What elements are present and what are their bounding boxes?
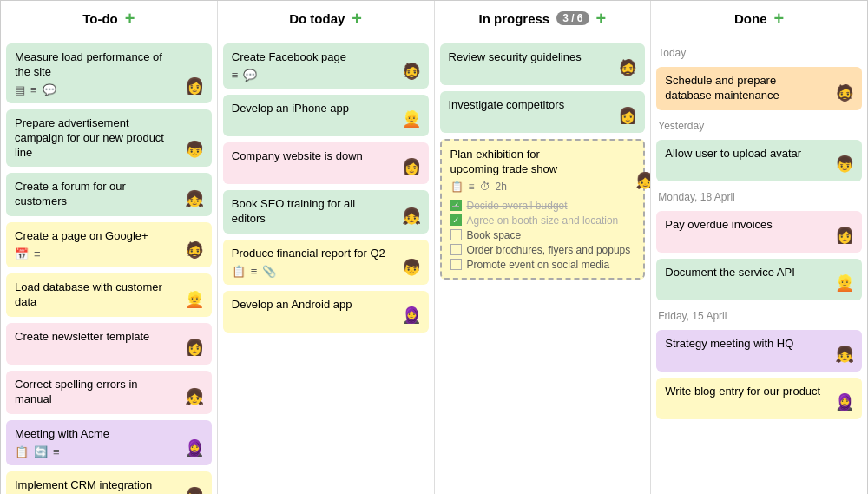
subtask-3-check[interactable] (450, 229, 462, 240)
column-done-title: Done (734, 11, 767, 26)
subtask-5-check[interactable] (450, 259, 462, 270)
list-icon: ≡ (232, 69, 239, 82)
card-dt2-avatar (399, 107, 424, 131)
card-ip2[interactable]: Investigate competitors (440, 91, 646, 133)
card-td4-icons: 📅 ≡ (15, 247, 203, 260)
card-td7-title: Correct spelling errors in manual (15, 378, 203, 407)
column-dotoday-add-button[interactable]: + (352, 10, 362, 27)
card-dt3[interactable]: Company website is down (223, 142, 429, 184)
card-td3-avatar (182, 187, 207, 211)
card-dt1-avatar (399, 59, 424, 83)
card-ip3-title: Plan exhibition for upcoming trade show (450, 148, 604, 177)
section-today-label: Today (656, 43, 862, 61)
subtask-3-text: Book space (467, 229, 522, 241)
card-d4-avatar (832, 271, 857, 295)
card-td4-title: Create a page on Google+ (15, 229, 203, 244)
list-icon: ≡ (469, 181, 475, 193)
card-dt1[interactable]: Create Facebook page ≡ 💬 (223, 43, 429, 89)
comment-icon: 💬 (43, 83, 56, 96)
list-icon: ▤ (15, 83, 25, 96)
card-dt2[interactable]: Develop an iPhone app (223, 95, 429, 136)
section-friday-label: Friday, 15 April (656, 306, 862, 324)
card-td2[interactable]: Prepare advertisement campaign for our n… (6, 109, 212, 168)
inprogress-badge: 3 / 6 (556, 11, 589, 25)
card-d1[interactable]: Schedule and prepare database maintenanc… (656, 67, 862, 110)
card-dt4[interactable]: Book SEO training for all editors (223, 190, 429, 234)
card-d2[interactable]: Allow user to upload avatar (656, 140, 862, 181)
subtask-list: ✓ Decide overall budget ✓ Agree on booth… (450, 200, 635, 271)
card-td3[interactable]: Create a forum for our customers (6, 173, 212, 216)
column-todo-add-button[interactable]: + (125, 10, 135, 27)
card-dt5-title: Produce financial report for Q2 (232, 247, 420, 261)
card-d5[interactable]: Strategy meeting with HQ (656, 330, 862, 372)
card-dt5[interactable]: Produce financial report for Q2 📋 ≡ 📎 (223, 240, 429, 285)
card-d4-title: Document the service API (665, 266, 853, 280)
list-icon: ≡ (251, 265, 258, 278)
card-td8[interactable]: Meeting with Acme 📋 🔄 ≡ (6, 420, 212, 465)
card-d3-title: Pay overdue invoices (665, 218, 853, 233)
card-td8-title: Meeting with Acme (15, 427, 203, 442)
card-td5-avatar (182, 287, 207, 312)
card-ip1-avatar (615, 56, 640, 80)
card-td8-avatar (182, 436, 207, 460)
subtask-2-text: Agree on booth size and location (467, 214, 619, 227)
column-inprogress-title: In progress (479, 11, 550, 26)
card-td4[interactable]: Create a page on Google+ 📅 ≡ (6, 222, 212, 267)
card-dt5-icons: 📋 ≡ 📎 (232, 265, 420, 278)
card-td9[interactable]: Implement CRM integration (6, 471, 212, 494)
card-dt2-title: Develop an iPhone app (232, 102, 420, 116)
card-d2-title: Allow user to upload avatar (665, 147, 853, 161)
card-td1[interactable]: Measure load performance of the site ▤ ≡… (6, 43, 212, 103)
card-dt1-icons: ≡ 💬 (232, 69, 420, 82)
card-ip2-avatar (615, 103, 640, 128)
column-inprogress-header: In progress 3 / 6 + (435, 1, 651, 36)
column-inprogress: In progress 3 / 6 + Review security guid… (435, 1, 652, 494)
card-ip2-title: Investigate competitors (449, 98, 637, 113)
subtask-2: ✓ Agree on booth size and location (450, 214, 635, 227)
column-todo: To-do + Measure load performance of the … (1, 1, 218, 494)
subtask-1-text: Decide overall budget (467, 200, 568, 212)
card-td6-avatar (182, 335, 207, 359)
subtask-3: Book space (450, 229, 635, 241)
card-d3[interactable]: Pay overdue invoices (656, 211, 862, 253)
column-dotoday-title: Do today (289, 11, 345, 26)
card-td8-icons: 📋 🔄 ≡ (15, 445, 203, 458)
card-td5[interactable]: Load database with customer data (6, 273, 212, 317)
card-td6-title: Create newsletter template (15, 330, 203, 345)
column-dotoday: Do today + Create Facebook page ≡ 💬 Deve… (218, 1, 435, 494)
subtask-1-check[interactable]: ✓ (450, 200, 462, 211)
column-inprogress-add-button[interactable]: + (596, 10, 607, 27)
kanban-board: To-do + Measure load performance of the … (0, 0, 868, 494)
card-d5-title: Strategy meeting with HQ (665, 337, 853, 352)
card-d6-title: Write blog entry for our product (665, 385, 853, 399)
task-icon: ≡ (30, 83, 37, 96)
column-done-add-button[interactable]: + (774, 10, 785, 27)
card-td1-avatar (182, 74, 207, 98)
subtask-2-check[interactable]: ✓ (450, 214, 462, 226)
card-td6[interactable]: Create newsletter template (6, 323, 212, 365)
card-td7[interactable]: Correct spelling errors in manual (6, 371, 212, 414)
comment-icon: 💬 (243, 69, 257, 82)
column-todo-body: Measure load performance of the site ▤ ≡… (1, 36, 217, 494)
attachment-icon: 📎 (262, 265, 276, 278)
card-d3-avatar (832, 223, 857, 247)
card-ip1[interactable]: Review security guidelines (440, 43, 646, 85)
card-d6[interactable]: Write blog entry for our product (656, 378, 862, 419)
card-dt4-title: Book SEO training for all editors (232, 197, 420, 227)
column-done-body: Today Schedule and prepare database main… (651, 36, 867, 494)
card-dt6[interactable]: Develop an Android app (223, 291, 429, 333)
card-td9-title: Implement CRM integration (15, 478, 203, 493)
doc-icon: 📋 (450, 181, 464, 193)
repeat-icon: 🔄 (34, 445, 48, 458)
card-ip3-meta: 📋 ≡ ⏱ 2h (450, 181, 604, 193)
subtask-4-check[interactable] (450, 244, 462, 255)
subtask-5-text: Promote event on social media (467, 259, 610, 271)
card-td5-title: Load database with customer data (15, 280, 203, 310)
duration-label: 2h (496, 181, 507, 193)
card-td2-title: Prepare advertisement campaign for our n… (15, 116, 203, 161)
card-dt5-avatar (399, 255, 424, 280)
card-ip3[interactable]: Plan exhibition for upcoming trade show … (440, 139, 646, 280)
card-d4[interactable]: Document the service API (656, 259, 862, 300)
time-icon: ⏱ (480, 181, 490, 193)
column-dotoday-body: Create Facebook page ≡ 💬 Develop an iPho… (218, 36, 434, 494)
